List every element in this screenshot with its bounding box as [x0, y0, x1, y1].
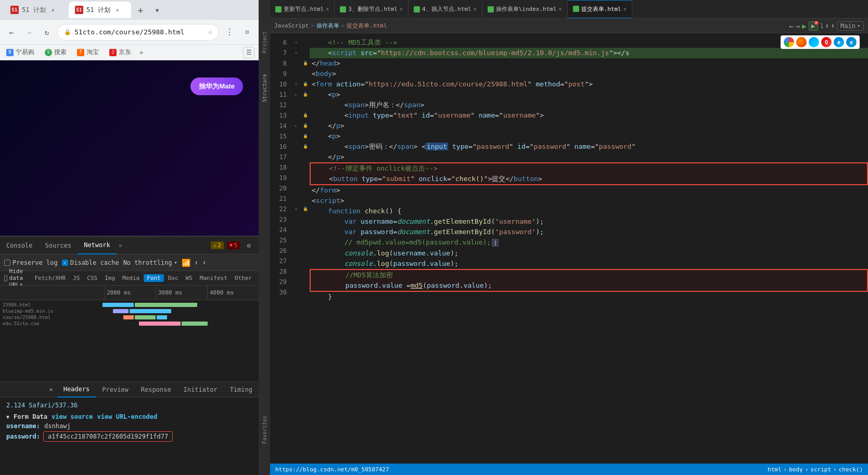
filter-css[interactable]: CSS [84, 274, 100, 282]
new-tab-button[interactable]: + [133, 3, 148, 17]
file-tab-update-node[interactable]: 更新节点.html × [270, 0, 335, 19]
close-request-detail-button[interactable]: × [45, 384, 57, 395]
filter-fetchxhr[interactable]: Fetch/XHR [32, 274, 69, 282]
timeline-mark-4000: 4000 ms [207, 286, 259, 300]
view-url-encoded-link[interactable]: view URL-encoded [97, 413, 158, 420]
rd-tab-preview[interactable]: Preview [96, 382, 135, 397]
disable-cache-checkbox[interactable] [62, 260, 68, 266]
tab-overflow-button[interactable]: ▾ [150, 3, 164, 17]
filter-js[interactable]: JS [70, 274, 83, 282]
code-line-26: console.log(username.value); [310, 248, 868, 259]
bookmark-button[interactable]: ☆ [208, 28, 212, 36]
filter-media[interactable]: Media [119, 274, 143, 282]
devtools-tab-sources[interactable]: Sources [39, 237, 78, 254]
status-sep-2: › [805, 466, 809, 473]
back-button[interactable]: ← [4, 25, 19, 40]
file-tab-index[interactable]: 操作表单\index.html × [482, 0, 568, 19]
debug-icon[interactable]: ✖ ▶ [809, 21, 818, 31]
view-source-link[interactable]: view source [52, 413, 93, 420]
step-over-button[interactable]: ⤵ [820, 22, 823, 30]
filter-other[interactable]: Other [232, 274, 255, 282]
devtools-settings-button[interactable]: ⚙ [243, 240, 254, 251]
devtools-network-toolbar: Preserve log Disable cache No throttling… [0, 254, 259, 271]
sidebar-label-structure[interactable]: Structure [262, 74, 267, 102]
more-bookmarks[interactable]: » [139, 49, 143, 56]
browser-menu-button[interactable]: ⋮ [222, 25, 237, 40]
reload-button[interactable]: ↻ [40, 25, 54, 40]
filter-ws[interactable]: WS [183, 274, 196, 282]
browser-toolbar: ← → ↻ 🔒 51cto.com/course/25988.html ☆ ⋮ … [0, 20, 259, 45]
file-tab-submit-form[interactable]: 提交表单.html × [568, 0, 632, 19]
filter-img[interactable]: Img [101, 274, 118, 282]
filter-manifest[interactable]: Manifest [197, 274, 231, 282]
bookmark-icon-jingdong: J [109, 49, 117, 56]
rd-tab-initiator[interactable]: Initiator [177, 382, 224, 397]
filter-font[interactable]: Font [144, 274, 164, 282]
code-line-12: <span>用户名：</span> [310, 100, 868, 110]
ie-icon[interactable]: e [834, 37, 844, 47]
rd-tab-timing[interactable]: Timing [224, 382, 259, 397]
wifi-icon: 📶 [182, 259, 190, 267]
disable-cache-item[interactable]: Disable cache [62, 259, 119, 266]
webpage-banner: 知识 狂欢节 抽华为Mate [0, 60, 259, 112]
close-insert-node-tab[interactable]: × [474, 6, 477, 12]
browser-tab-1[interactable]: 51 51 计划 × [4, 2, 67, 18]
run-button[interactable]: ▶ [802, 22, 806, 30]
preserve-log-checkbox[interactable] [4, 260, 10, 266]
line-numbers: 6 7 8 9 10 11 12 13 14 15 16 17 18 19 20… [270, 33, 291, 464]
close-delete-node-tab[interactable]: × [400, 6, 403, 12]
throttle-select-container[interactable]: No throttling ▾ [123, 259, 177, 266]
browser-tab-2[interactable]: 51 51 计划 × [69, 2, 131, 18]
close-index-tab[interactable]: × [559, 6, 562, 12]
sidebar-label-favorites[interactable]: Favorites [262, 416, 267, 444]
breadcrumb-sep-1: > [311, 22, 314, 29]
devtools-tab-console[interactable]: Console [0, 237, 39, 254]
opera-icon[interactable]: O [821, 37, 832, 47]
sidebar-toggle-button[interactable]: ☰ [243, 47, 254, 58]
code-line-11: <p> [310, 89, 868, 100]
request-detail-panel: × Headers Preview Response Initiator [0, 381, 259, 475]
hide-data-urls-checkbox[interactable] [4, 275, 7, 281]
devtools-more-tabs[interactable]: » [119, 242, 122, 249]
forward-nav-icon[interactable]: → [796, 22, 800, 30]
forward-button[interactable]: → [22, 25, 36, 40]
run-config-selector[interactable]: Main ▾ [837, 21, 864, 31]
code-line-10: <form action="https://edu.51cto.com/cour… [310, 79, 868, 89]
address-bar[interactable]: 🔒 51cto.com/course/25988.html ☆ [57, 24, 219, 41]
devtools-tab-network[interactable]: Network [78, 237, 117, 254]
code-line-8: </head> [310, 58, 868, 69]
network-requests-list[interactable]: 25988.html blueimp-md5.min.js course/259 [0, 300, 259, 381]
bookmark-search[interactable]: S 搜索 [43, 47, 69, 58]
chrome-icon[interactable] [784, 37, 794, 47]
file-tab-insert-node[interactable]: 4、插入节点.html × [409, 0, 482, 19]
edge-icon[interactable]: e [846, 37, 857, 47]
bookmark-taobao[interactable]: T 淘宝 [75, 47, 101, 58]
rd-tab-headers[interactable]: Headers [57, 382, 96, 397]
close-update-node-tab[interactable]: × [326, 6, 329, 12]
sidebar-label-project[interactable]: Project [262, 31, 267, 53]
preserve-log-item[interactable]: Preserve log [4, 259, 58, 266]
tab-close-2[interactable]: × [113, 6, 122, 14]
filter-doc[interactable]: Doc [165, 274, 182, 282]
tab-close-1[interactable]: × [49, 6, 57, 14]
status-body-tag: body [789, 466, 803, 473]
firefox-icon[interactable] [796, 37, 807, 47]
rd-tab-response[interactable]: Response [135, 382, 177, 397]
step-into-button[interactable]: ⬇ [825, 22, 829, 30]
console-tab-label: Console [6, 242, 33, 249]
back-nav-icon[interactable]: ← [789, 22, 793, 30]
response-tab-label: Response [141, 386, 171, 393]
safari-icon[interactable] [809, 37, 819, 47]
error-icon: ✖ [229, 242, 233, 249]
bookmark-jingdong[interactable]: J 京东 [107, 47, 133, 58]
step-out-button[interactable]: ⬆ [831, 22, 835, 30]
file-tab-delete-node[interactable]: 3、删除节点.html × [335, 0, 409, 19]
bookmark-ningyigou[interactable]: N 宁易购 [4, 47, 36, 58]
resize-button[interactable]: ⊡ [240, 25, 254, 40]
close-submit-form-tab[interactable]: × [623, 6, 627, 12]
browser-tabs-bar: 51 51 计划 × 51 51 计划 × + ▾ [0, 0, 259, 20]
error-badge: ✖ 5 [227, 241, 240, 249]
banner-cta-button[interactable]: 抽华为Mate [190, 78, 243, 95]
devtools-filter-row: Hide data URLs Fetch/XHR JS CSS Img Medi… [0, 271, 259, 286]
warning-icon: ⚠ [213, 242, 217, 249]
